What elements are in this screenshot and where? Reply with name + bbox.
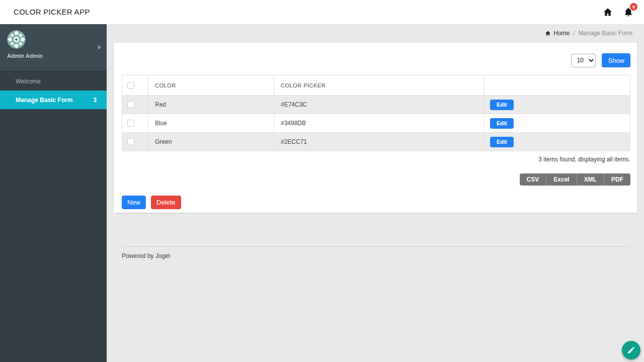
powered-by-text: Powered by Joget [122, 252, 170, 259]
breadcrumb-home-link[interactable]: Home [545, 30, 570, 37]
sidebar-item-label: Welcome [16, 78, 41, 85]
export-button-group: CSV Excel XML PDF [520, 173, 630, 186]
breadcrumb: Home / Manage Basic Form [107, 24, 644, 42]
user-name: Admin Admin [7, 53, 43, 59]
app-title: COLOR PICKER APP [14, 8, 90, 16]
home-icon[interactable] [603, 7, 613, 17]
column-header-color-picker: COLOR PICKER [274, 75, 484, 96]
table-row: Blue #3498DB Edit [122, 114, 630, 133]
notification-count-badge: 0 [629, 3, 638, 11]
main-content: Home / Manage Basic Form 10 Show COLOR C… [107, 24, 644, 362]
chevron-right-icon[interactable] [98, 45, 101, 50]
select-all-checkbox[interactable] [127, 82, 134, 89]
color-picker-cell: #3498DB [274, 114, 484, 133]
sidebar-item-welcome[interactable]: Welcome [0, 72, 107, 90]
table-row: Red #E74C3C Edit [122, 96, 630, 114]
sidebar-item-label: Manage Basic Form [16, 97, 72, 104]
list-toolbar: 10 Show [122, 53, 630, 67]
sidebar-profile: Admin Admin [0, 24, 107, 71]
edit-button[interactable]: Edit [490, 137, 514, 147]
user-avatar[interactable] [7, 30, 26, 49]
delete-button[interactable]: Delete [151, 196, 181, 209]
row-checkbox[interactable] [127, 101, 134, 108]
home-icon [545, 30, 551, 36]
notifications-bell-icon[interactable]: 0 [623, 7, 633, 17]
sidebar: Admin Admin Welcome Manage Basic Form 3 [0, 24, 107, 362]
table-body: Red #E74C3C Edit Blue #3498DB Edit Green… [122, 96, 630, 151]
sidebar-item-manage-basic-form[interactable]: Manage Basic Form 3 [0, 90, 107, 109]
export-button[interactable]: PDF [604, 173, 630, 186]
table-header-row: COLOR COLOR PICKER [122, 75, 630, 96]
edit-button[interactable]: Edit [490, 100, 514, 110]
page-size-select[interactable]: 10 [571, 54, 596, 67]
row-checkbox[interactable] [127, 120, 134, 127]
column-header-actions [484, 75, 630, 96]
record-actions: New Delete [122, 196, 630, 209]
breadcrumb-separator: / [573, 30, 575, 37]
new-button[interactable]: New [122, 196, 146, 209]
column-header-color: COLOR [148, 75, 274, 96]
color-picker-cell: #2ECC71 [274, 133, 484, 151]
color-cell: Blue [148, 114, 274, 133]
color-picker-cell: #E74C3C [274, 96, 484, 114]
breadcrumb-current: Manage Basic Form [579, 30, 632, 37]
page-footer: Powered by Joget [122, 246, 630, 259]
export-button[interactable]: CSV [520, 173, 546, 186]
table-row: Green #2ECC71 Edit [122, 133, 630, 151]
show-button[interactable]: Show [602, 53, 630, 67]
export-row: CSV Excel XML PDF [122, 173, 630, 186]
breadcrumb-home-label: Home [553, 30, 570, 37]
topbar-icons: 0 [603, 7, 633, 17]
row-checkbox[interactable] [127, 138, 134, 145]
items-found-summary: 3 items found, displaying all items. [122, 156, 630, 163]
export-button[interactable]: XML [577, 173, 604, 186]
export-button[interactable]: Excel [546, 173, 576, 186]
edit-page-fab[interactable] [622, 341, 640, 359]
sidebar-menu: Welcome Manage Basic Form 3 [0, 72, 107, 109]
color-cell: Green [148, 133, 274, 151]
list-card: 10 Show COLOR COLOR PICKER Red #E74C3C E… [114, 43, 637, 213]
records-table: COLOR COLOR PICKER Red #E74C3C Edit Blue… [122, 75, 630, 151]
edit-button[interactable]: Edit [490, 118, 514, 129]
pencil-icon [627, 346, 635, 354]
color-cell: Red [148, 96, 274, 114]
top-bar: COLOR PICKER APP 0 [0, 0, 644, 24]
sidebar-item-count-badge: 3 [93, 97, 97, 104]
